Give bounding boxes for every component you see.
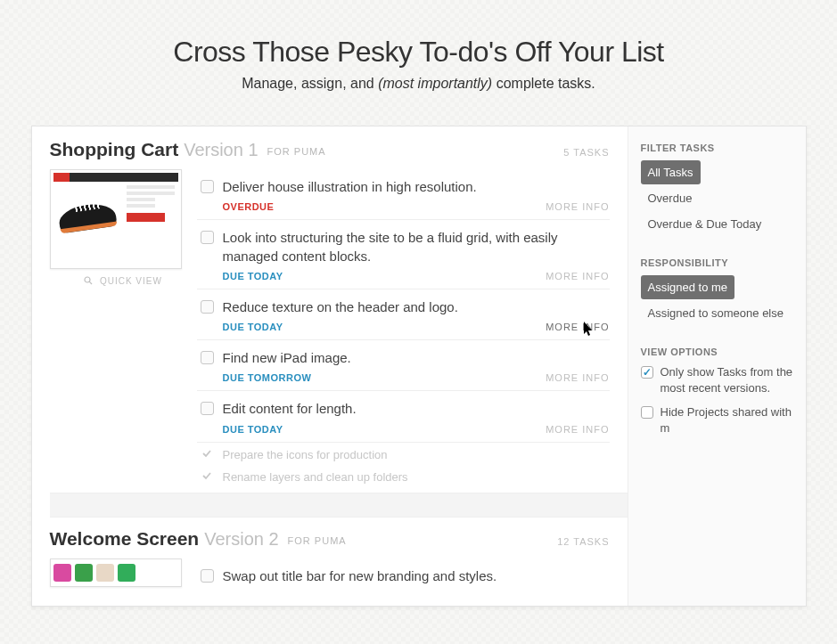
due-badge: DUE TODAY — [223, 322, 283, 332]
page-title: Cross Those Pesky To-do's Off Your List — [18, 36, 819, 69]
more-info-button[interactable]: MORE INFO — [546, 201, 609, 212]
more-info-button[interactable]: MORE INFO — [546, 424, 609, 435]
filter-overdue[interactable]: Overdue — [641, 186, 793, 210]
search-icon — [84, 276, 93, 287]
more-info-button[interactable]: MORE INFO — [546, 372, 609, 383]
task-text: Look into structuring the site to be a f… — [223, 229, 610, 265]
completed-task-row: Prepare the icons for production — [197, 443, 610, 465]
check-icon — [201, 470, 214, 484]
completed-task-row: Rename layers and clean up folders — [197, 465, 610, 487]
task-text: Swap out title bar for new branding and … — [223, 567, 497, 585]
page-subtitle: Manage, assign, and (most importantly) c… — [18, 76, 819, 92]
svg-line-1 — [89, 282, 92, 285]
checkbox-icon[interactable] — [641, 406, 653, 419]
responsibility-assigned-to-me[interactable]: Assigned to me — [641, 275, 735, 299]
task-checkbox[interactable] — [201, 569, 214, 583]
task-row: Deliver house illustration in high resol… — [197, 169, 610, 220]
due-badge: DUE TODAY — [223, 271, 283, 281]
task-checkbox[interactable] — [201, 180, 214, 193]
task-checkbox[interactable] — [201, 300, 214, 314]
section-title: Shopping Cart — [50, 139, 179, 160]
more-info-button[interactable]: MORE INFO — [546, 322, 609, 332]
responsibility-assigned-to-someone-else[interactable]: Assigned to someone else — [641, 301, 793, 325]
section-header: Shopping Cart Version 1 FOR PUMA 5 TASKS — [50, 139, 628, 160]
task-row: Look into structuring the site to be a f… — [197, 220, 610, 289]
task-row: Edit content for length. DUE TODAY MORE … — [197, 391, 610, 442]
due-badge: DUE TOMORROW — [223, 372, 312, 383]
more-info-button[interactable]: MORE INFO — [546, 271, 609, 281]
section-version: Version 2 — [204, 529, 278, 550]
task-checkbox[interactable] — [201, 351, 214, 364]
check-icon — [201, 448, 214, 461]
screen-thumbnail[interactable] — [50, 558, 182, 587]
task-text: Find new iPad image. — [223, 349, 351, 367]
tasks-panel: Shopping Cart Version 1 FOR PUMA 5 TASKS — [31, 126, 807, 607]
section-header: Welcome Screen Version 2 FOR PUMA 12 TAS… — [50, 528, 628, 550]
sidebar-heading-view-options: VIEW OPTIONS — [641, 346, 793, 357]
screen-thumbnail[interactable] — [50, 169, 182, 269]
due-badge: OVERDUE — [223, 201, 275, 212]
view-option-recent-versions[interactable]: Only show Tasks from the most recent ver… — [641, 364, 793, 395]
task-checkbox[interactable] — [201, 231, 214, 244]
task-text: Edit content for length. — [223, 400, 357, 418]
task-text: Reduce texture on the header and logo. — [223, 298, 458, 316]
task-row: Swap out title bar for new branding and … — [197, 558, 610, 592]
view-option-hide-shared[interactable]: Hide Projects shared with m — [641, 404, 793, 436]
sidebar-heading-responsibility: RESPONSIBILITY — [641, 257, 793, 268]
task-row: Find new iPad image. DUE TOMORROW MORE I… — [197, 340, 610, 391]
checkbox-icon[interactable] — [641, 366, 653, 379]
filter-sidebar: FILTER TASKS All Tasks Overdue Overdue &… — [628, 126, 806, 606]
section-version: Version 1 — [184, 140, 258, 160]
section-divider — [50, 493, 628, 518]
due-badge: DUE TODAY — [223, 424, 283, 435]
task-row: Reduce texture on the header and logo. D… — [197, 289, 610, 340]
section-title: Welcome Screen — [50, 528, 200, 550]
sidebar-heading-filter: FILTER TASKS — [641, 143, 793, 153]
svg-point-0 — [85, 277, 90, 282]
filter-overdue-due-today[interactable]: Overdue & Due Today — [641, 212, 793, 236]
section-client: FOR PUMA — [267, 146, 326, 157]
task-checkbox[interactable] — [201, 402, 214, 415]
quick-view-button[interactable]: QUICK VIEW — [50, 276, 197, 287]
section-task-count: 5 TASKS — [563, 147, 609, 158]
task-text: Deliver house illustration in high resol… — [223, 178, 477, 196]
section-task-count: 12 TASKS — [557, 536, 609, 547]
section-client: FOR PUMA — [288, 535, 347, 546]
filter-all-tasks[interactable]: All Tasks — [641, 160, 701, 184]
cursor-icon — [583, 322, 595, 338]
